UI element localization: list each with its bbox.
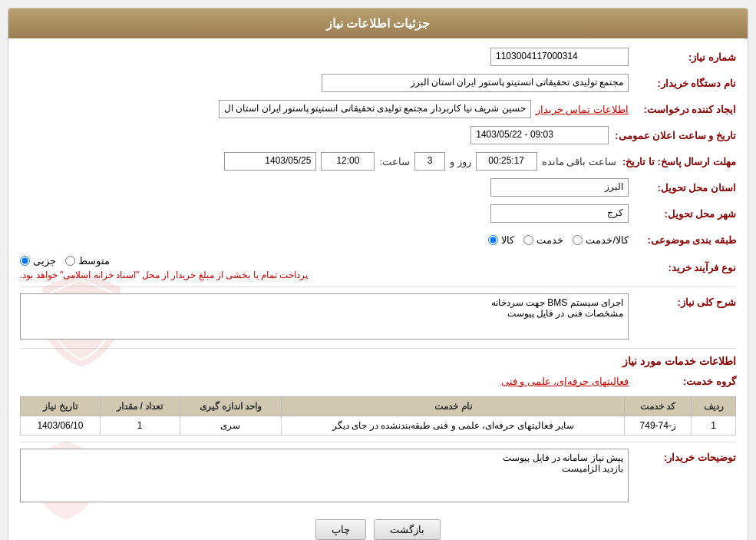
creator-label: ایجاد کننده درخواست:	[629, 104, 736, 115]
service-table-header-row: ردیف کد خدمت نام خدمت واحد اندازه گیری ت…	[21, 397, 736, 416]
province-field: البرز	[490, 178, 629, 197]
need-desc-row: شرح کلی نیاز: آنا	[20, 293, 736, 342]
cell-unit: سری	[180, 416, 282, 436]
province-value: البرز	[20, 178, 629, 197]
col-date: تاریخ نیاز	[21, 397, 101, 416]
cell-code: ز-74-749	[625, 416, 692, 436]
reply-date-field: 1403/05/25	[224, 152, 316, 171]
cell-row: 1	[692, 416, 736, 436]
page-title: جزئیات اطلاعات نیاز	[326, 17, 431, 30]
days-label: روز و	[450, 156, 471, 167]
service-table-body: 1 ز-74-749 سایر فعالیتهای حرفه‌ای، علمی …	[21, 416, 736, 436]
services-title: اطلاعات خدمات مورد نیاز	[20, 355, 736, 367]
category-label: طبقه بندی موضوعی:	[629, 234, 736, 246]
creator-link[interactable]: اطلاعات تماس خریدار	[536, 104, 629, 115]
buyer-desc-value	[20, 449, 629, 510]
purchase-radio-partial[interactable]	[20, 256, 30, 266]
print-button[interactable]: چاپ	[315, 519, 366, 540]
remaining-field: 00:25:17	[476, 152, 537, 171]
purchase-radio-group: متوسط جزیی	[20, 255, 110, 267]
need-desc-wrapper: آنا	[20, 293, 629, 342]
purchase-radio-medium[interactable]	[65, 256, 75, 266]
category-label-service: خدمت	[536, 234, 563, 246]
divider-1	[20, 287, 736, 287]
purchase-option-medium[interactable]: متوسط	[65, 255, 110, 267]
remaining-label: ساعت باقی مانده	[542, 156, 616, 167]
purchase-type-label: نوع فرآیند خرید:	[629, 262, 736, 273]
purchase-option-partial[interactable]: جزیی	[20, 255, 56, 267]
col-name: نام خدمت	[282, 397, 625, 416]
need-desc-label: شرح کلی نیاز:	[629, 293, 736, 308]
col-code: کد خدمت	[625, 397, 692, 416]
purchase-type-row: نوع فرآیند خرید: متوسط جزیی پرداخت تمام …	[20, 255, 736, 280]
creator-row: ایجاد کننده درخواست: اطلاعات تماس خریدار…	[20, 98, 736, 120]
page-wrapper: جزئیات اطلاعات نیاز شماره نیاز: 11030041…	[0, 0, 756, 540]
category-option-product[interactable]: کالا	[488, 234, 514, 246]
need-number-label: شماره نیاز:	[629, 51, 736, 63]
city-row: شهر محل تحویل: کرج	[20, 203, 736, 224]
category-option-service-product[interactable]: کالا/خدمت	[573, 234, 629, 246]
buyer-org-field: مجتمع تولیدی تحقیقاتی انستیتو پاستور ایر…	[322, 74, 629, 92]
category-radio-group: کالا/خدمت خدمت کالا	[488, 234, 629, 246]
time-label: ساعت:	[379, 156, 410, 167]
need-number-value: 1103004117000314	[20, 48, 629, 66]
back-button[interactable]: بازگشت	[374, 519, 441, 540]
time-field: 12:00	[321, 152, 375, 171]
duration-row: ساعت باقی مانده 00:25:17 روز و 3 ساعت: 1…	[224, 152, 616, 171]
service-group-link[interactable]: فعالیتهای حرفه‌ای، علمی و فنی	[501, 376, 629, 387]
reply-date-label: مهلت ارسال پاسخ: تا تاریخ:	[616, 156, 736, 167]
reply-date-row: مهلت ارسال پاسخ: تا تاریخ: ساعت باقی مان…	[20, 151, 736, 172]
datetime-row: تاریخ و ساعت اعلان عمومی: 1403/05/22 - 0…	[20, 124, 736, 146]
need-desc-field[interactable]	[20, 293, 629, 340]
category-row: طبقه بندی موضوعی: کالا/خدمت خدمت کالا	[20, 229, 736, 250]
category-radio-service-product[interactable]	[573, 235, 583, 245]
service-group-row: گروه خدمت: فعالیتهای حرفه‌ای، علمی و فنی	[20, 370, 736, 392]
col-row: ردیف	[692, 397, 736, 416]
need-desc-value: آنا	[20, 293, 629, 342]
datetime-field: 1403/05/22 - 09:03	[470, 126, 609, 144]
city-label: شهر محل تحویل:	[629, 208, 736, 220]
days-field: 3	[414, 152, 445, 171]
buyer-desc-label: توضیحات خریدار:	[629, 449, 736, 463]
card-header: جزئیات اطلاعات نیاز	[8, 8, 748, 38]
service-group-label: گروه خدمت:	[629, 376, 736, 387]
table-row: 1 ز-74-749 سایر فعالیتهای حرفه‌ای، علمی …	[21, 416, 736, 436]
province-label: استان محل تحویل:	[629, 182, 736, 194]
category-radio-service[interactable]	[523, 235, 533, 245]
buyer-desc-row: توضیحات خریدار:	[20, 449, 736, 510]
col-quantity: تعداد / مقدار	[100, 397, 180, 416]
creator-value: اطلاعات تماس خریدار حسین شریف نیا کاربرد…	[20, 100, 629, 118]
need-number-row: شماره نیاز: 1103004117000314	[20, 46, 736, 68]
datetime-label: تاریخ و ساعت اعلان عمومی:	[609, 130, 736, 141]
datetime-value: 1403/05/22 - 09:03	[20, 126, 609, 144]
purchase-label-medium: متوسط	[78, 255, 110, 267]
reply-date-value: ساعت باقی مانده 00:25:17 روز و 3 ساعت: 1…	[20, 152, 616, 171]
category-label-product: کالا	[501, 234, 514, 246]
service-group-value: فعالیتهای حرفه‌ای، علمی و فنی	[20, 376, 629, 387]
divider-2	[20, 348, 736, 349]
buyer-org-row: نام دستگاه خریدار: مجتمع تولیدی تحقیقاتی…	[20, 72, 736, 94]
main-card: جزئیات اطلاعات نیاز شماره نیاز: 11030041…	[8, 8, 748, 540]
buyer-org-label: نام دستگاه خریدار:	[629, 78, 736, 89]
category-value: کالا/خدمت خدمت کالا	[20, 234, 629, 246]
service-table: ردیف کد خدمت نام خدمت واحد اندازه گیری ت…	[20, 396, 736, 436]
button-row: بازگشت چاپ	[20, 519, 736, 540]
buyer-org-value: مجتمع تولیدی تحقیقاتی انستیتو پاستور ایر…	[20, 74, 629, 92]
card-body: شماره نیاز: 1103004117000314 نام دستگاه …	[8, 38, 748, 540]
col-unit: واحد اندازه گیری	[180, 397, 282, 416]
purchase-label-partial: جزیی	[33, 255, 56, 267]
service-table-head: ردیف کد خدمت نام خدمت واحد اندازه گیری ت…	[21, 397, 736, 416]
category-radio-product[interactable]	[488, 235, 498, 245]
buyer-desc-wrapper	[20, 449, 629, 510]
city-value: کرج	[20, 204, 629, 223]
buyer-desc-field[interactable]	[20, 449, 629, 502]
cell-quantity: 1	[100, 416, 180, 436]
purchase-note: پرداخت تمام یا بخشی از مبلغ خریدار از مح…	[20, 270, 308, 280]
cell-date: 1403/06/10	[21, 416, 101, 436]
category-label-service-product: کالا/خدمت	[586, 234, 629, 246]
province-row: استان محل تحویل: البرز	[20, 177, 736, 198]
need-number-field: 1103004117000314	[490, 48, 629, 66]
divider-3	[20, 442, 736, 442]
creator-field: حسین شریف نیا کاربردار مجتمع تولیدی تحقی…	[219, 100, 531, 118]
category-option-service[interactable]: خدمت	[523, 234, 563, 246]
